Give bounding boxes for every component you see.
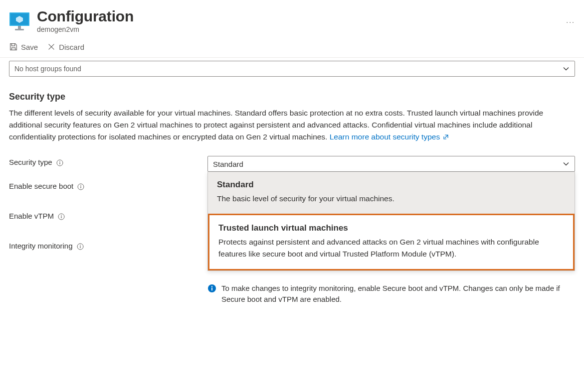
svg-rect-13 [61, 216, 61, 218]
info-icon[interactable] [77, 183, 84, 190]
svg-point-6 [59, 161, 60, 162]
page-subtitle: demogen2vm [37, 25, 558, 33]
enable-secure-boot-label: Enable secure boot [9, 182, 73, 190]
security-type-dropdown-panel: Standard The basic level of security for… [207, 172, 575, 271]
info-icon[interactable] [58, 213, 65, 220]
vm-icon [9, 11, 30, 32]
security-type-label: Security type [9, 158, 52, 166]
security-type-value: Standard [213, 160, 243, 168]
enable-vtpm-label: Enable vTPM [9, 212, 54, 220]
save-icon [9, 42, 18, 51]
discard-button[interactable]: Discard [47, 42, 84, 51]
svg-point-12 [61, 215, 62, 216]
host-group-value: No host groups found [14, 65, 81, 73]
svg-rect-4 [15, 29, 24, 30]
svg-rect-3 [18, 26, 21, 29]
option-description: The basic level of security for your vir… [217, 193, 566, 205]
save-button[interactable]: Save [9, 42, 38, 51]
option-title: Standard [217, 180, 566, 190]
svg-point-18 [211, 286, 212, 287]
svg-point-9 [80, 185, 81, 186]
integrity-monitoring-info: To make changes to integrity monitoring,… [207, 271, 575, 305]
svg-rect-10 [81, 186, 81, 188]
learn-more-link[interactable]: Learn more about security types [330, 132, 449, 141]
info-icon [207, 284, 216, 293]
host-group-dropdown[interactable]: No host groups found [9, 61, 575, 77]
security-type-description: The different levels of security availab… [9, 107, 555, 143]
security-type-heading: Security type [9, 92, 555, 102]
external-link-icon [443, 134, 449, 140]
svg-rect-7 [59, 162, 60, 164]
close-icon [47, 42, 56, 51]
info-message-text: To make changes to integrity monitoring,… [221, 283, 575, 305]
chevron-down-icon [563, 65, 570, 72]
info-icon[interactable] [56, 159, 63, 166]
security-type-option-standard[interactable]: Standard The basic level of security for… [208, 172, 575, 214]
save-label: Save [21, 43, 38, 51]
svg-point-15 [80, 245, 81, 246]
page-title: Configuration [37, 8, 558, 24]
security-type-option-trusted-launch[interactable]: Trusted launch virtual machines Protects… [208, 214, 575, 270]
more-actions-button[interactable]: ··· [566, 18, 575, 26]
option-title: Trusted launch virtual machines [218, 223, 564, 233]
chevron-down-icon [563, 160, 570, 167]
discard-label: Discard [59, 43, 84, 51]
integrity-monitoring-label: Integrity monitoring [9, 242, 73, 250]
info-icon[interactable] [77, 243, 84, 250]
security-type-dropdown[interactable]: Standard [207, 156, 575, 172]
svg-rect-16 [80, 246, 80, 248]
svg-rect-19 [211, 287, 212, 290]
option-description: Protects against persistent and advanced… [218, 236, 564, 260]
